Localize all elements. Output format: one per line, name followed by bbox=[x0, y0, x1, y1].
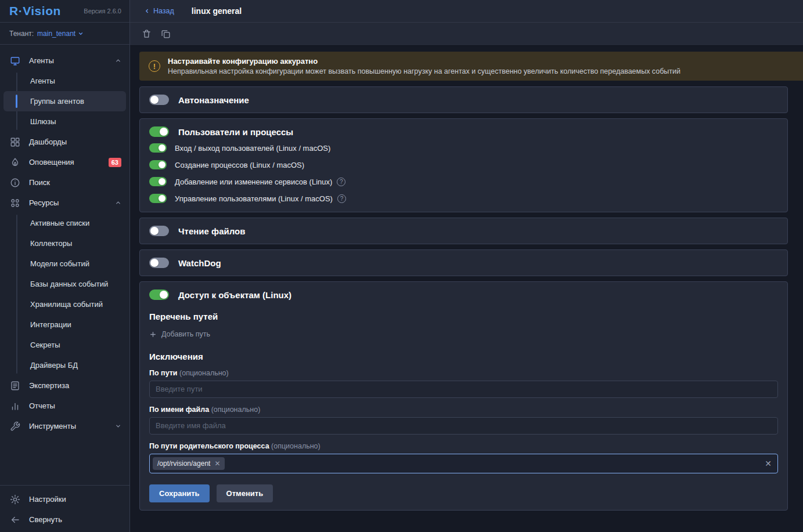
user-management-toggle[interactable] bbox=[149, 194, 167, 203]
exclusions-heading: Исключения bbox=[149, 352, 778, 361]
sidebar-item-collectors[interactable]: Коллекторы bbox=[0, 233, 129, 254]
app-version: Версия 2.6.0 bbox=[84, 8, 121, 15]
by-parent-process-label: По пути родительского процесса (опционал… bbox=[149, 442, 778, 450]
sidebar-item-label: Коллекторы bbox=[30, 239, 72, 248]
sidebar-item-label: Драйверы БД bbox=[30, 361, 78, 370]
info-icon bbox=[9, 178, 21, 188]
sidebar-item-integrations[interactable]: Интеграции bbox=[0, 314, 129, 335]
sidebar-item-label: Оповещения bbox=[29, 158, 74, 167]
tenant-selector[interactable]: main_tenant bbox=[37, 30, 84, 38]
sidebar-item-label: Отчеты bbox=[29, 401, 55, 410]
sidebar-item-label: Агенты bbox=[30, 77, 55, 85]
bar-chart-icon bbox=[9, 401, 21, 411]
sidebar-item-expertise[interactable]: Экспертиза bbox=[0, 375, 129, 396]
by-parent-process-input[interactable]: /opt/rvision/agent ✕ ✕ bbox=[149, 454, 778, 473]
sidebar-item-dashboards[interactable]: Дашборды bbox=[0, 132, 129, 152]
save-button[interactable]: Сохранить bbox=[149, 484, 210, 502]
watchdog-toggle[interactable] bbox=[149, 258, 169, 268]
sidebar-item-secrets[interactable]: Секреты bbox=[0, 335, 129, 355]
sidebar-bottom: Настройки Свернуть bbox=[0, 485, 129, 532]
agents-subnav: Агенты Группы агентов Шлюзы bbox=[0, 71, 129, 132]
section-title: WatchDog bbox=[178, 258, 221, 268]
warning-banner: ! Настраивайте конфигурацию аккуратно Не… bbox=[139, 52, 803, 81]
sidebar-item-alerts[interactable]: Оповещения 63 bbox=[0, 152, 129, 172]
sidebar-item-event-storages[interactable]: Хранилища событий bbox=[0, 294, 129, 314]
copy-icon bbox=[161, 29, 171, 39]
toolbar bbox=[130, 23, 803, 46]
question-icon[interactable]: ? bbox=[337, 178, 345, 186]
sidebar-item-label: Поиск bbox=[29, 178, 50, 187]
sidebar-item-label: Базы данных событий bbox=[30, 280, 108, 288]
autoassign-toggle[interactable] bbox=[149, 95, 169, 105]
sidebar-item-agents[interactable]: Агенты bbox=[0, 71, 129, 91]
question-icon[interactable]: ? bbox=[337, 194, 346, 203]
add-path-button[interactable]: Добавить путь bbox=[149, 330, 210, 338]
services-change-toggle[interactable] bbox=[149, 177, 167, 186]
section-watchdog: WatchDog bbox=[139, 249, 788, 276]
sidebar-item-agents-group[interactable]: Агенты bbox=[0, 50, 129, 71]
sidebar-item-label: Хранилища событий bbox=[30, 300, 103, 309]
section-object-access: Доступ к объектам (Linux) Перечень путей… bbox=[139, 281, 788, 511]
sidebar-item-tools[interactable]: Инструменты bbox=[0, 416, 129, 436]
page-header: Назад linux general bbox=[130, 0, 803, 23]
by-path-input[interactable] bbox=[149, 381, 778, 398]
page-title: linux general bbox=[192, 6, 242, 16]
back-label: Назад bbox=[153, 7, 174, 15]
sidebar-nav: Агенты Агенты Группы агентов Шлюзы Дашбо… bbox=[0, 45, 129, 485]
object-access-toggle[interactable] bbox=[149, 289, 169, 300]
sidebar-item-collapse[interactable]: Свернуть bbox=[0, 509, 129, 530]
delete-button[interactable] bbox=[141, 28, 153, 40]
chevron-left-icon bbox=[144, 8, 150, 14]
section-title: Автоназначение bbox=[178, 95, 249, 105]
form-actions: Сохранить Отменить bbox=[149, 484, 778, 502]
sidebar-item-resources[interactable]: Ресурсы bbox=[0, 193, 129, 213]
remove-tag-icon[interactable]: ✕ bbox=[214, 460, 220, 467]
chevron-down-icon bbox=[115, 423, 121, 429]
sidebar-item-label: Активные списки bbox=[30, 219, 89, 227]
path-tag-value: /opt/rvision/agent bbox=[157, 459, 210, 468]
sidebar-item-db-drivers[interactable]: Драйверы БД bbox=[0, 355, 129, 375]
section-title: Пользователи и процессы bbox=[178, 127, 293, 137]
logo-row: R·Vision Версия 2.6.0 bbox=[0, 0, 129, 23]
sidebar-item-settings[interactable]: Настройки bbox=[0, 489, 129, 509]
section-title: Доступ к объектам (Linux) bbox=[178, 290, 291, 300]
sidebar-item-label: Ресурсы bbox=[29, 198, 59, 207]
section-autoassign: Автоназначение bbox=[139, 86, 788, 113]
sidebar-item-agent-groups[interactable]: Группы агентов bbox=[3, 91, 126, 111]
chevron-up-icon bbox=[115, 57, 121, 64]
wrench-icon bbox=[9, 421, 21, 432]
clear-input-icon[interactable]: ✕ bbox=[765, 459, 772, 468]
sidebar-item-event-models[interactable]: Модели событий bbox=[0, 254, 129, 274]
warning-text: Настраивайте конфигурацию аккуратно Непр… bbox=[168, 57, 680, 75]
sidebar-item-search[interactable]: Поиск bbox=[0, 172, 129, 193]
sidebar-item-label: Интеграции bbox=[30, 320, 71, 329]
cancel-button[interactable]: Отменить bbox=[217, 484, 273, 502]
file-read-toggle[interactable] bbox=[149, 226, 169, 236]
option-label: Создание процессов (Linux / macOS) bbox=[175, 161, 304, 169]
duplicate-button[interactable] bbox=[160, 28, 172, 40]
sidebar-item-reports[interactable]: Отчеты bbox=[0, 396, 129, 416]
sidebar-item-label: Агенты bbox=[29, 56, 54, 65]
trash-icon bbox=[142, 29, 152, 39]
sidebar-item-event-databases[interactable]: Базы данных событий bbox=[0, 274, 129, 294]
process-creation-toggle[interactable] bbox=[149, 160, 167, 169]
warning-description: Неправильная настройка конфигурации може… bbox=[168, 67, 680, 75]
login-logout-toggle[interactable] bbox=[149, 143, 167, 153]
monitor-icon bbox=[9, 56, 21, 66]
sidebar-item-active-lists[interactable]: Активные списки bbox=[0, 213, 129, 233]
option-label: Управление пользователями (Linux / macOS… bbox=[175, 194, 333, 203]
sidebar-item-label: Шлюзы bbox=[30, 117, 56, 126]
option-label: Вход / выход пользователей (Linux / macO… bbox=[175, 144, 330, 153]
users-processes-toggle[interactable] bbox=[149, 126, 169, 137]
path-tag-chip: /opt/rvision/agent ✕ bbox=[153, 457, 225, 470]
tenant-row: Тенант: main_tenant bbox=[0, 23, 129, 45]
sidebar-item-gateways[interactable]: Шлюзы bbox=[0, 111, 129, 132]
section-title: Чтение файлов bbox=[178, 226, 245, 236]
app-logo: R·Vision bbox=[9, 4, 61, 18]
document-icon bbox=[9, 381, 21, 391]
by-filename-input[interactable] bbox=[149, 417, 778, 435]
grid-dots-icon bbox=[9, 198, 21, 208]
gear-icon bbox=[9, 494, 21, 505]
back-button[interactable]: Назад bbox=[144, 7, 174, 15]
sidebar: R·Vision Версия 2.6.0 Тенант: main_tenan… bbox=[0, 0, 130, 532]
